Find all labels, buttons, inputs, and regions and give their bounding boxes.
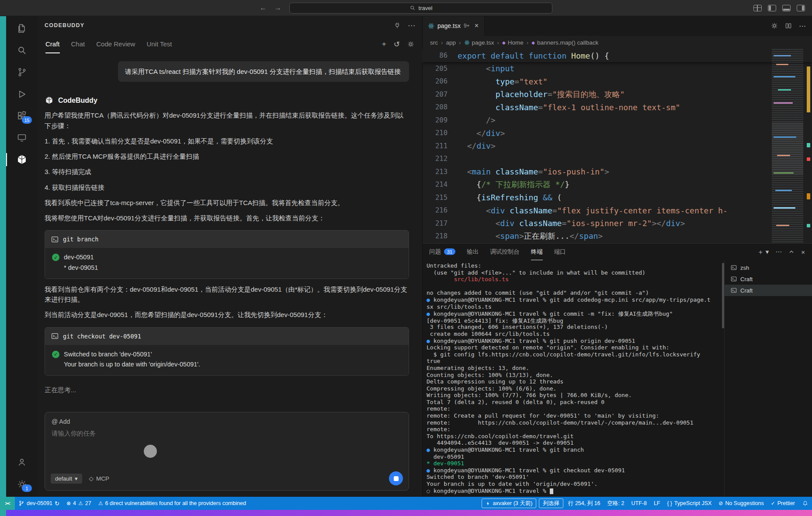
line-number: 205 (422, 65, 458, 73)
assistant-paragraph: 我看到系统中已连接了tca-mcp-server，它提供了一些工具可以用于TCA… (45, 198, 409, 208)
remote-indicator[interactable]: >< (0, 497, 15, 510)
toggle-secondary-sidebar-icon[interactable] (797, 5, 805, 11)
terminal-line: create mode 100644 src/lib/tools.ts (427, 331, 725, 338)
more-actions-icon[interactable]: ⋯ (775, 248, 782, 256)
code-line: 216 <div className="flex justify-center … (422, 204, 812, 217)
git-blame-indicator[interactable]: axvaker (3 天前) (482, 499, 536, 508)
code-line: 214 {/* 下拉刷新指示器 */} (422, 178, 812, 192)
terminal-output[interactable]: Untracked files: (use "git add <file>...… (422, 260, 725, 497)
assistant-header: CodeBuddy (45, 96, 409, 105)
history-icon[interactable]: ↺ (394, 40, 400, 49)
terminal-icon (731, 287, 737, 293)
mcp-plug-icon[interactable] (394, 22, 401, 29)
sidebar-item-run-debug[interactable] (6, 83, 38, 105)
encoding-indicator[interactable]: UTF-8 (628, 497, 650, 510)
breadcrumb-item[interactable]: src (430, 39, 438, 46)
panel-tab-ports[interactable]: 端口 (554, 244, 566, 260)
codebuddy-tab-craft[interactable]: Craft (45, 35, 60, 53)
eol-text: LF (654, 500, 660, 506)
security-indicator[interactable]: ⚠ 6 direct vulnerabilities found for all… (95, 497, 250, 510)
stop-button[interactable] (389, 471, 403, 485)
code-line: 210 </div> (422, 127, 812, 140)
close-panel-icon[interactable]: × (801, 248, 805, 256)
sidebar-item-extensions[interactable]: 15 (6, 105, 38, 127)
forward-icon[interactable]: → (274, 4, 281, 12)
codebuddy-tab-chat[interactable]: Chat (71, 35, 85, 53)
minimap-viewport (772, 122, 803, 175)
new-terminal-icon[interactable]: ＋ ▾ (757, 248, 769, 256)
tool-call-header[interactable]: git checkout dev-05091 (45, 328, 409, 345)
breadcrumb-item[interactable]: ◆Home (502, 39, 524, 46)
panel-tab-output[interactable]: 输出 (467, 244, 479, 260)
editor-group: page.tsx 9+ × ⋯ src›app›page.tsx›◆Home›◆… (422, 16, 812, 497)
chat-composer[interactable]: @ Add 请输入你的任务 default ▾ ◇ MCP (45, 412, 409, 491)
panel-tab-problems[interactable]: 问题31 (429, 244, 455, 260)
breadcrumb-item[interactable]: app (446, 39, 456, 46)
chat-settings-icon[interactable] (407, 41, 414, 48)
overview-ruler[interactable] (803, 49, 812, 243)
split-editor-icon[interactable] (785, 22, 792, 29)
line-number: 211 (422, 142, 458, 150)
maximize-panel-icon[interactable] (788, 249, 795, 255)
back-icon[interactable]: ← (260, 4, 267, 12)
sidebar-item-settings[interactable]: 1 (6, 473, 38, 495)
close-tab-icon[interactable]: × (475, 22, 479, 30)
branch-name: dev-05091 (27, 500, 52, 506)
formatter-status[interactable]: ✓ Prettier (767, 497, 798, 510)
sidebar-item-remote-explorer[interactable] (6, 127, 38, 149)
model-selector[interactable]: default ▾ (51, 474, 82, 484)
line-number: 213 (422, 168, 458, 176)
editor-tab-page-tsx[interactable]: page.tsx 9+ × (422, 16, 485, 36)
breadcrumb-item[interactable]: ◆banners.map() callback (531, 39, 598, 46)
indentation-indicator[interactable]: 空格: 2 (604, 497, 628, 510)
sidebar-item-search[interactable] (6, 39, 38, 61)
column-selection-indicator[interactable]: 列选择 (539, 499, 563, 508)
cursor-position[interactable]: 行 254, 列 16 (565, 497, 604, 510)
panel-tab-terminal[interactable]: 终端 (531, 244, 543, 260)
code-line: 217 <div className="ios-spinner mr-2"></… (422, 217, 812, 230)
editor-settings-icon[interactable] (771, 22, 778, 29)
codebuddy-tab-code-review[interactable]: Code Review (96, 35, 135, 53)
code-editor[interactable]: 86export default function Home() { 205 <… (422, 49, 812, 243)
problems-indicator[interactable]: ⊗ 4 ⚠ 27 (63, 497, 95, 510)
code-line: 86export default function Home() { (422, 49, 812, 62)
toggle-sidebar-icon[interactable] (768, 5, 776, 11)
terminal-scrollbar[interactable] (722, 263, 724, 328)
terminal-session-1-craft[interactable]: Craft (725, 273, 812, 285)
notifications-bell[interactable] (798, 497, 812, 510)
add-context-button[interactable]: @ Add (52, 418, 402, 425)
task-input[interactable]: 请输入你的任务 (52, 429, 402, 438)
more-actions-icon[interactable]: ⋯ (799, 22, 806, 30)
sidebar-item-source-control[interactable] (6, 61, 38, 83)
branch-indicator[interactable]: dev-05091 ↻ (15, 497, 63, 510)
toggle-panel-icon[interactable] (782, 5, 791, 11)
terminal-line (427, 283, 725, 290)
language-mode[interactable]: { } TypeScript JSX (664, 497, 715, 510)
git-branch-icon (18, 500, 24, 506)
command-center-search[interactable]: travel (289, 3, 552, 14)
symbol-icon: ◆ (502, 40, 506, 45)
sidebar-item-explorer[interactable] (6, 17, 38, 39)
suggestions-status[interactable]: ⊘ No Suggestions (715, 497, 767, 510)
new-chat-icon[interactable]: + (382, 40, 386, 49)
more-actions-icon[interactable]: ⋯ (408, 21, 415, 30)
eol-indicator[interactable]: LF (650, 497, 664, 510)
customize-layout-icon[interactable] (753, 5, 762, 11)
terminal-session-2-craft[interactable]: Craft (725, 285, 812, 296)
chat-scroll-area[interactable]: 请采用TCA ts/react 扫描方案针对我的 dev-05091 分支进行全… (38, 54, 422, 419)
terminal-session-0-zsh[interactable]: zsh (725, 262, 812, 273)
sidebar-item-account[interactable] (6, 451, 38, 473)
minimap[interactable] (772, 49, 803, 243)
breadcrumb-item[interactable]: page.tsx (464, 39, 494, 46)
warning-icon: ⚠ (98, 500, 103, 506)
codebuddy-tab-unit-test[interactable]: Unit Test (146, 35, 172, 53)
sidebar-item-codebuddy[interactable] (6, 149, 38, 171)
mcp-button[interactable]: ◇ MCP (89, 475, 109, 482)
panel-tab-debug-console[interactable]: 调试控制台 (490, 244, 520, 260)
thinking-status: 正在思考... (45, 386, 409, 394)
formatter-text: Prettier (777, 500, 795, 506)
loading-indicator (144, 445, 157, 458)
line-number: 212 (422, 155, 458, 163)
tool-call-header[interactable]: git branch (45, 230, 409, 248)
tool-call-git-branch: git branch ✓ dev-05091 * dev-09051 (45, 230, 409, 279)
